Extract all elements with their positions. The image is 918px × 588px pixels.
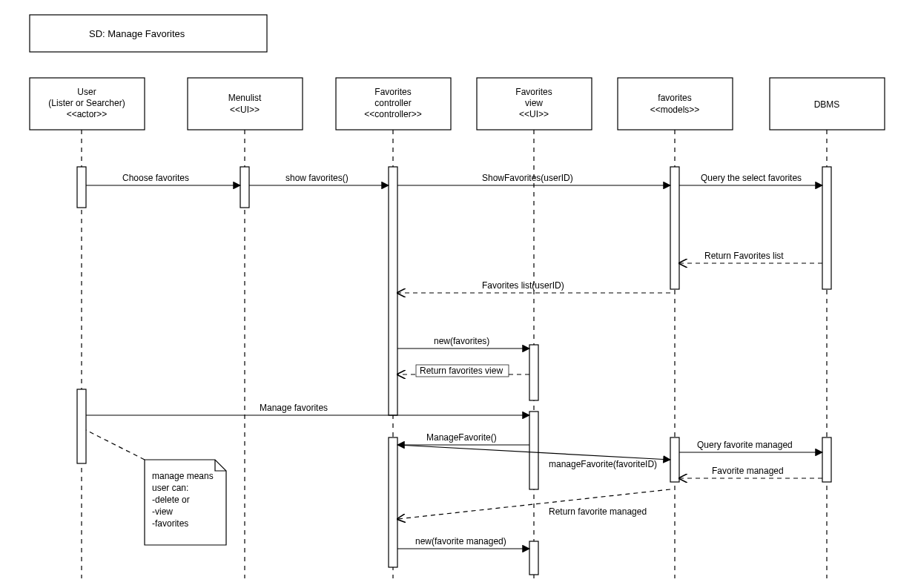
lbl-m8: Return favorites view	[420, 366, 503, 376]
lane-view-l2: view	[525, 98, 543, 108]
act-user-1	[77, 167, 86, 208]
diagram-title: SD: Manage Favorites	[89, 28, 185, 39]
note-l5: -favorites	[152, 518, 188, 529]
act-model-1	[670, 167, 679, 289]
lane-menu-l2: <<UI>>	[230, 105, 260, 115]
lbl-m4: Query the select favorites	[701, 173, 802, 183]
lane-menu-box	[188, 78, 303, 130]
lbl-m15: new(favorite managed)	[415, 536, 506, 546]
lbl-m2: show favorites()	[285, 173, 349, 183]
lane-ctrl-l3: <<controller>>	[364, 109, 421, 119]
act-dbms-2	[822, 437, 831, 482]
lane-user-l1: User	[77, 87, 96, 97]
lane-user-l3: <<actor>>	[67, 109, 108, 119]
act-user-2	[77, 389, 86, 463]
lane-ctrl-l1: Favorites	[374, 87, 411, 97]
act-ctrl-1	[389, 167, 397, 415]
lbl-m6: Favorites list(userID)	[482, 280, 564, 291]
note-manage: manage means user can: -delete or -view …	[145, 460, 226, 545]
sequence-diagram: SD: Manage Favorites User (Lister or Sea…	[0, 0, 918, 588]
lbl-m13: Favorite managed	[712, 466, 784, 476]
lane-view-l3: <<UI>>	[519, 109, 549, 119]
note-l2: user can:	[152, 483, 188, 493]
lbl-m14: Return favorite managed	[549, 506, 647, 517]
lane-user-l2: (Lister or Searcher)	[48, 98, 125, 108]
note-l4: -view	[152, 506, 173, 517]
lane-model-l2: <<models>>	[650, 105, 700, 115]
act-ctrl-2	[389, 437, 397, 567]
lbl-m3: ShowFavorites(userID)	[482, 173, 573, 183]
lbl-m7: new(favorites)	[434, 336, 489, 346]
lbl-m11: manageFavorite(favoriteID)	[549, 459, 657, 469]
lbl-m10: ManageFavorite()	[426, 432, 497, 443]
act-view-3	[529, 541, 538, 575]
lane-view-l1: Favorites	[515, 87, 552, 97]
note-l1: manage means	[152, 471, 214, 481]
lane-model-l1: favorites	[658, 93, 691, 103]
note-anchor	[86, 430, 145, 460]
act-view-1	[529, 345, 538, 400]
lane-ctrl-l2: controller	[374, 98, 411, 108]
act-view-2	[529, 412, 538, 489]
act-menu-1	[240, 167, 249, 208]
note-l3: -delete or	[152, 495, 190, 505]
lbl-m1: Choose favorites	[122, 173, 189, 183]
lane-dbms-l1: DBMS	[814, 99, 840, 110]
lane-menu-l1: Menulist	[228, 93, 262, 103]
lbl-m5: Return Favorites list	[704, 251, 784, 261]
act-model-2	[670, 437, 679, 482]
lbl-m12: Query favorite managed	[697, 440, 793, 450]
act-dbms-1	[822, 167, 831, 289]
lbl-m9: Manage favorites	[260, 403, 328, 413]
lane-model-box	[618, 78, 733, 130]
